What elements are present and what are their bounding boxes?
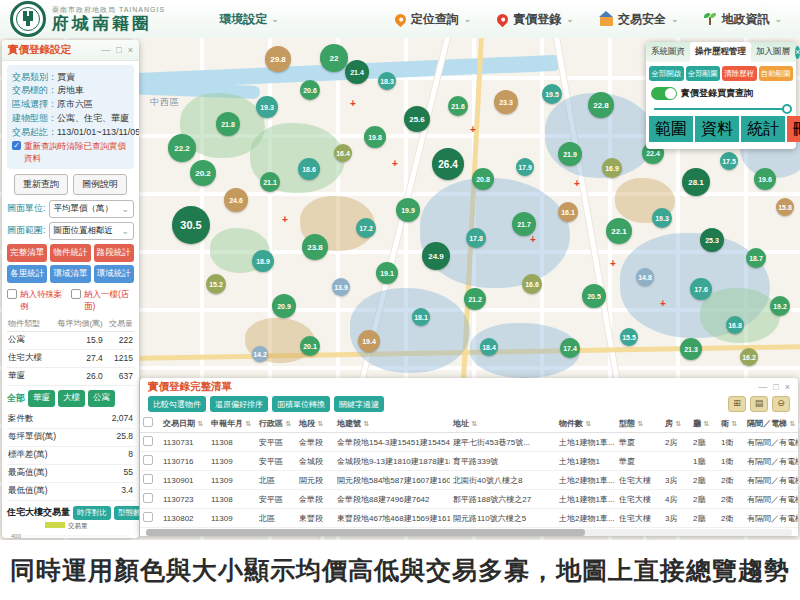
price-bubble[interactable]: 15.2 — [206, 274, 226, 294]
price-bubble[interactable]: 18.7 — [746, 248, 766, 268]
price-bubble[interactable]: 19.3 — [256, 96, 278, 118]
sort-icon[interactable]: ⇅ — [285, 420, 291, 427]
price-bubble[interactable]: 29.8 — [265, 46, 291, 72]
table-row[interactable]: 113071611309安平區金城段金城段地9-13建1810建1878建187… — [140, 452, 798, 471]
maximize-icon[interactable]: □ — [116, 45, 121, 55]
price-bubble[interactable]: 20.1 — [300, 336, 320, 356]
sort-icon[interactable]: ⇅ — [585, 420, 591, 427]
price-bubble[interactable]: 15.8 — [776, 198, 794, 216]
price-bubble[interactable]: 21.6 — [448, 96, 468, 116]
price-bubble[interactable]: 25.3 — [700, 228, 724, 252]
button-統計[interactable]: 統計 — [741, 116, 785, 142]
price-bubble[interactable]: 21.8 — [216, 112, 240, 136]
price-bubble[interactable]: 17.5 — [720, 152, 738, 170]
sort-icon[interactable]: ⇅ — [317, 420, 323, 427]
price-bubble[interactable]: 21.4 — [345, 60, 369, 84]
price-bubble[interactable]: 19.3 — [652, 208, 672, 228]
sort-icon[interactable]: ⇅ — [703, 420, 709, 427]
column-header-廳[interactable]: 廳 ⇅ — [690, 414, 718, 433]
column-header-地建號[interactable]: 地建號 ⇅ — [334, 414, 450, 433]
clear-on-requery-checkbox[interactable]: ✓ — [12, 141, 21, 150]
layer-visibility-toggle[interactable] — [651, 87, 677, 100]
tab-系統圖資[interactable]: 系統圖資 — [646, 42, 690, 62]
table-row[interactable]: 住宅大樓27.41215 — [7, 349, 134, 367]
button-型態數量[interactable]: 型態數量 — [114, 506, 139, 520]
sort-icon[interactable]: ⇅ — [471, 420, 477, 427]
column-header-物件數[interactable]: 物件數 ⇅ — [556, 414, 616, 433]
price-bubble[interactable]: 16.8 — [726, 316, 744, 334]
maximize-icon[interactable]: □ — [773, 382, 778, 392]
price-bubble[interactable]: 24.6 — [224, 188, 248, 212]
column-header-行政區[interactable]: 行政區 ⇅ — [256, 414, 296, 433]
price-bubble[interactable]: 22.1 — [606, 218, 632, 244]
price-bubble[interactable]: 18.3 — [378, 72, 396, 90]
button-各里統計[interactable]: 各里統計 — [7, 265, 47, 283]
table-row[interactable]: 113072311308安平區金華段金華段地88建7496建7642郡平路188… — [140, 490, 798, 509]
map-unit-select[interactable]: 平均單價（萬）⌄ — [49, 200, 134, 218]
table-row[interactable]: 113073111308安平區金華段金華段地154-3建15451建15454建… — [140, 433, 798, 452]
menu-item-交易安全[interactable]: 交易安全⌄ — [600, 11, 679, 28]
price-bubble[interactable]: 19.6 — [754, 168, 776, 190]
price-bubble[interactable]: 21.9 — [558, 142, 582, 166]
horizontal-scrollbar[interactable] — [146, 529, 792, 536]
column-header-交易日期[interactable]: 交易日期 ⇅ — [160, 414, 208, 433]
column-header-地址[interactable]: 地址 ⇅ — [450, 414, 556, 433]
map-range-select[interactable]: 圖面位置相鄰近⌄ — [49, 222, 134, 240]
column-header[interactable]: 物件類型 — [7, 316, 49, 332]
column-header-隔間／電梯[interactable]: 隔間／電梯 ⇅ — [744, 414, 798, 433]
price-bubble[interactable]: 24.9 — [422, 242, 450, 270]
price-bubble[interactable]: 25.6 — [404, 106, 430, 132]
button-路段統計[interactable]: 路段統計 — [94, 244, 134, 262]
price-bubble[interactable]: 17.6 — [690, 278, 712, 300]
price-bubble[interactable]: 19.9 — [396, 198, 420, 222]
button-清除歷程[interactable]: 清除歷程 — [722, 66, 757, 81]
price-bubble[interactable]: 13.9 — [332, 278, 350, 296]
include-special-checkbox[interactable] — [7, 289, 17, 299]
price-bubble[interactable]: 16.1 — [558, 202, 578, 222]
price-bubble[interactable]: 19.4 — [358, 330, 380, 352]
sort-icon[interactable]: ⇅ — [731, 420, 737, 427]
price-bubble[interactable]: 20.5 — [582, 284, 606, 308]
price-bubble[interactable]: 17.4 — [560, 338, 580, 358]
select-all-checkbox[interactable] — [140, 414, 160, 433]
price-bubble[interactable]: 18.9 — [252, 250, 274, 272]
price-bubble[interactable]: 19.2 — [770, 296, 790, 316]
requery-button[interactable]: 重新查詢 — [14, 174, 68, 195]
minimize-icon[interactable]: — — [758, 382, 767, 392]
button-面積單位轉換[interactable]: 面積單位轉換 — [272, 396, 330, 412]
column-header[interactable]: 每坪均價(萬) — [49, 316, 104, 332]
button-物件統計[interactable]: 物件統計 — [50, 244, 90, 262]
column-header-型態[interactable]: 型態 ⇅ — [616, 414, 662, 433]
price-bubble[interactable]: 16.6 — [522, 274, 542, 294]
checkbox-icon[interactable] — [143, 493, 153, 503]
row-select[interactable] — [140, 509, 160, 528]
price-bubble[interactable]: 22 — [320, 44, 348, 72]
price-bubble[interactable]: 22.2 — [168, 134, 196, 162]
price-bubble[interactable]: 21.1 — [260, 172, 280, 192]
price-bubble[interactable]: 20.2 — [190, 160, 216, 186]
price-bubble[interactable]: 16.9 — [602, 158, 622, 178]
price-bubble[interactable]: 17.2 — [356, 218, 376, 238]
checkbox-icon[interactable] — [143, 512, 153, 522]
sort-icon[interactable]: ⇅ — [363, 420, 369, 427]
button-關鍵字過濾[interactable]: 關鍵字過濾 — [334, 396, 384, 412]
slider-knob[interactable] — [782, 104, 792, 114]
column-header-房[interactable]: 房 ⇅ — [662, 414, 690, 433]
button-範圍[interactable]: 範圍 — [649, 116, 693, 142]
column-header-申報年月[interactable]: 申報年月 ⇅ — [208, 414, 256, 433]
close-icon[interactable]: × — [785, 382, 790, 392]
price-bubble[interactable]: 19.8 — [364, 126, 386, 148]
price-bubble[interactable]: 30.5 — [172, 206, 210, 244]
minimize-icon[interactable]: — — [101, 45, 110, 55]
sort-icon[interactable]: ⇅ — [675, 420, 681, 427]
close-icon[interactable]: × — [128, 45, 133, 55]
tab-華廈[interactable]: 華廈 — [28, 390, 55, 407]
price-bubble[interactable]: 23.8 — [302, 234, 328, 260]
price-bubble[interactable]: 16.4 — [334, 144, 352, 162]
layer-opacity-slider[interactable] — [654, 108, 788, 110]
button-時序對比[interactable]: 時序對比 — [73, 506, 111, 520]
column-header[interactable]: 交易量 — [104, 316, 134, 332]
price-bubble[interactable]: 23.3 — [494, 90, 518, 114]
price-bubble[interactable]: 14.2 — [252, 346, 268, 362]
price-bubble[interactable]: 19.1 — [376, 262, 398, 284]
